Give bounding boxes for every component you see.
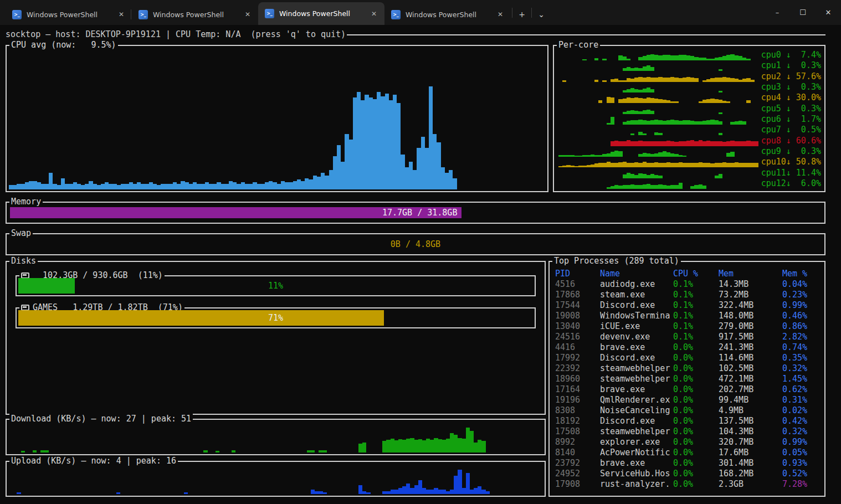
- disk-track: 71%: [18, 310, 533, 326]
- cpu-avg-chart: [9, 50, 545, 189]
- powershell-icon: >_: [139, 10, 148, 19]
- tab-close-icon[interactable]: ✕: [243, 9, 253, 19]
- terminal-content: socktop — host: DESKTOP-9P19121 | CPU Te…: [0, 25, 841, 504]
- powershell-icon: >_: [265, 9, 274, 18]
- disks-title: Disks: [9, 256, 38, 266]
- memory-panel: Memory 17.7GB / 31.8GB: [6, 202, 825, 224]
- memory-usage-label: 17.7GB / 31.8GB: [382, 208, 457, 218]
- swap-usage-label: 0B / 4.8GB: [391, 239, 440, 249]
- top-processes-panel: Top Processes (289 total) PID Name CPU %…: [548, 261, 825, 497]
- process-rows: 4516audiodg.exe0.1%14.3MB0.04%17868steam…: [555, 279, 822, 490]
- core-usage-label: cpu1 ↓ 0.3%: [761, 60, 821, 71]
- core-usage-label: cpu4 ↓ 30.0%: [761, 92, 821, 103]
- process-row: 13040iCUE.exe0.1%279.0MB0.86%: [555, 321, 822, 332]
- process-row: 18192Discord.exe0.0%137.5MB0.42%: [555, 416, 822, 426]
- core-usage-label: cpu11↓ 11.4%: [761, 168, 821, 178]
- process-row: 17544Discord.exe0.1%322.4MB0.99%: [555, 300, 822, 311]
- tab-close-icon[interactable]: ✕: [369, 9, 379, 19]
- process-row: 23792brave.exe0.0%301.4MB0.93%: [555, 458, 822, 469]
- memory-track: 17.7GB / 31.8GB: [10, 207, 821, 218]
- core-usage-label: cpu10↓ 50.8%: [761, 157, 821, 167]
- swap-track: 0B / 4.8GB: [10, 239, 821, 250]
- close-button[interactable]: ✕: [816, 0, 841, 25]
- disk-usage-bar: [18, 310, 384, 326]
- core-usage-label: cpu9 ↓ 0.3%: [761, 146, 821, 157]
- core-row: cpu9 ↓ 0.3%: [558, 146, 821, 157]
- process-row: 17908rust-analyzer.0.0%2.3GB7.28%: [555, 479, 822, 490]
- tab-dropdown-button[interactable]: ⌄: [533, 4, 550, 25]
- upload-chart: [9, 470, 542, 494]
- tab-powershell-4[interactable]: >_ Windows PowerShell ✕: [384, 4, 511, 25]
- disks-panel: Disks 102.3GB / 930.6GB (11%) 11% GAME: [6, 261, 546, 415]
- process-row: 8140AcPowerNotific0.0%17.6MB0.05%: [555, 448, 822, 458]
- powershell-icon: >_: [12, 10, 22, 19]
- minimize-button[interactable]: –: [765, 0, 790, 25]
- col-header-cpu: CPU %: [673, 269, 719, 279]
- core-row: cpu2 ↓ 57.6%: [558, 71, 821, 82]
- tab-strip: >_ Windows PowerShell ✕ >_ Windows Power…: [0, 0, 550, 25]
- process-row: 22392steamwebhelper0.0%102.5MB0.32%: [555, 363, 822, 374]
- tab-title: Windows PowerShell: [153, 11, 238, 19]
- tab-powershell-2[interactable]: >_ Windows PowerShell ✕: [132, 4, 258, 25]
- core-row: cpu8 ↓ 60.6%: [558, 136, 821, 146]
- process-row: 24516devenv.exe0.1%917.5MB2.82%: [555, 332, 822, 342]
- memory-title: Memory: [9, 197, 43, 207]
- disk-item-system: 102.3GB / 930.6GB (11%) 11%: [16, 275, 536, 296]
- process-row: 4416brave.exe0.0%241.3MB0.74%: [555, 342, 822, 353]
- process-row: 8308NoiseCanceling0.0%4.9MB0.02%: [555, 405, 822, 416]
- disk-percent-label: 11%: [268, 281, 283, 291]
- core-usage-label: cpu8 ↓ 60.6%: [761, 136, 821, 146]
- per-core-title: Per-core: [557, 40, 600, 50]
- maximize-button[interactable]: ☐: [790, 0, 816, 25]
- tab-close-icon[interactable]: ✕: [116, 9, 126, 19]
- socktop-title: socktop — host: DESKTOP-9P19121 | CPU Te…: [6, 29, 346, 39]
- col-header-pid: PID: [555, 269, 600, 279]
- cpu-avg-panel: CPU avg (now: 9.5%): [6, 45, 548, 192]
- process-row: 24952ServiceHub.Hos0.0%168.2MB0.52%: [555, 469, 822, 479]
- tab-title: Windows PowerShell: [406, 11, 490, 19]
- core-usage-label: cpu3 ↓ 0.3%: [761, 82, 821, 92]
- tab-title: Windows PowerShell: [27, 11, 111, 19]
- col-header-name: Name: [600, 269, 673, 279]
- top-processes-title: Top Processes (289 total): [552, 256, 681, 266]
- disk-usage-bar: [18, 278, 75, 294]
- tab-powershell-3-active[interactable]: >_ Windows PowerShell ✕: [258, 2, 384, 25]
- core-row: cpu0 ↓ 7.4%: [558, 50, 821, 60]
- tab-powershell-1[interactable]: >_ Windows PowerShell ✕: [6, 4, 132, 25]
- core-row: cpu7 ↓ 0.5%: [558, 125, 821, 135]
- core-usage-label: cpu0 ↓ 7.4%: [761, 50, 821, 60]
- process-row: 8992explorer.exe0.0%320.7MB0.99%: [555, 437, 822, 448]
- process-row: 17164brave.exe0.0%202.7MB0.62%: [555, 384, 822, 395]
- socktop-header: socktop — host: DESKTOP-9P19121 | CPU Te…: [6, 29, 825, 40]
- per-core-rows: cpu0 ↓ 7.4%cpu1 ↓ 0.3%cpu2 ↓ 57.6%cpu3 ↓…: [558, 50, 821, 189]
- process-table: PID Name CPU % Mem Mem % 4516audiodg.exe…: [555, 269, 822, 493]
- disk-percent-label: 71%: [268, 313, 283, 323]
- core-usage-label: cpu6 ↓ 1.7%: [761, 114, 821, 125]
- core-row: cpu1 ↓ 0.3%: [558, 60, 821, 71]
- tab-title: Windows PowerShell: [279, 9, 364, 18]
- core-usage-label: cpu12↓ 6.0%: [761, 178, 821, 189]
- core-row: cpu3 ↓ 0.3%: [558, 82, 821, 92]
- upload-title: Upload (KB/s) — now: 4 | peak: 16: [9, 456, 178, 466]
- process-row: 18960steamwebhelper0.0%472.1MB1.45%: [555, 374, 822, 384]
- powershell-icon: >_: [391, 10, 401, 19]
- core-row: cpu11↓ 11.4%: [558, 168, 821, 178]
- new-tab-button[interactable]: +: [514, 4, 530, 25]
- header-rule: [347, 34, 825, 35]
- process-row: 4516audiodg.exe0.1%14.3MB0.04%: [555, 279, 822, 290]
- process-row: 17992Discord.exe0.0%114.6MB0.35%: [555, 353, 822, 363]
- core-row: cpu5 ↓ 0.3%: [558, 104, 821, 114]
- process-row: 17868steam.exe0.1%73.2MB0.23%: [555, 290, 822, 300]
- process-row: 19196QmlRenderer.ex0.0%99.4MB0.31%: [555, 395, 822, 405]
- process-table-header: PID Name CPU % Mem Mem %: [555, 269, 822, 279]
- tab-close-icon[interactable]: ✕: [495, 9, 505, 19]
- core-row: cpu4 ↓ 30.0%: [558, 92, 821, 103]
- download-panel: Download (KB/s) — now: 27 | peak: 51: [6, 419, 546, 455]
- col-header-mem-pct: Mem %: [782, 269, 822, 279]
- core-usage-label: cpu5 ↓ 0.3%: [761, 104, 821, 114]
- core-row: cpu6 ↓ 1.7%: [558, 114, 821, 125]
- per-core-panel: Per-core cpu0 ↓ 7.4%cpu1 ↓ 0.3%cpu2 ↓ 57…: [553, 45, 825, 192]
- swap-panel: Swap 0B / 4.8GB: [6, 233, 825, 255]
- disk-track: 11%: [18, 278, 533, 294]
- col-header-mem: Mem: [719, 269, 782, 279]
